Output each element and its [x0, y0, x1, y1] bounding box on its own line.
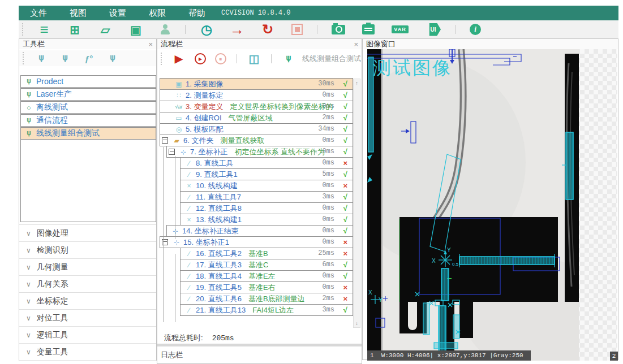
menu-item-5[interactable]: 帮助	[177, 8, 217, 19]
flow-step-6[interactable]: 0ms√▰6. 文件夹测量直线获取	[160, 135, 353, 146]
category-6[interactable]: ∨对位工具	[19, 310, 156, 327]
close-icon[interactable]: ×	[354, 41, 358, 48]
flow-step-21[interactable]: 3ms√∕21. 直线工具13FAI4短L边左	[180, 304, 353, 316]
pass-check-icon: √	[343, 135, 347, 146]
flow-copy-icon[interactable]: ⋔	[58, 54, 72, 63]
pass-check-icon: √	[343, 101, 347, 112]
menu-item-2[interactable]: 视图	[58, 8, 98, 19]
ui-hex-icon[interactable]: UI	[426, 23, 441, 36]
run-once-icon[interactable]: ▶	[195, 53, 206, 64]
tool-item-3[interactable]: ○离线测试	[21, 101, 156, 114]
flow-step-7[interactable]: 0ms√⊹7. 坐标补正初定位坐标系 直线不要作为	[166, 146, 353, 158]
flow-step-14[interactable]: 0ms√⊹14. 坐标补正结束	[166, 225, 353, 237]
menu-item-1[interactable]: 文件	[19, 8, 58, 19]
var-badge-icon[interactable]: VAR	[392, 25, 409, 33]
flow-step-content: √ar3. 变量定义定义世界坐标转换到像素坐标的	[160, 101, 333, 112]
image-status-bar: 1 W:3000 H:4096| x:2997,y:3817 |Gray:250	[367, 350, 531, 361]
menu-item-3[interactable]: 设置	[98, 8, 138, 19]
flow-add-icon[interactable]: ⋔	[35, 54, 48, 63]
tool-item-1[interactable]: ⋔Prodect	[21, 76, 156, 88]
close-icon[interactable]: ×	[148, 41, 153, 48]
scroll-up-icon[interactable]: ↑	[354, 79, 360, 87]
flow-step-16[interactable]: 25ms×∕16. 直线工具2基准B	[180, 248, 353, 259]
flow-step-9[interactable]: 5ms√∕9. 直线工具1	[180, 168, 353, 180]
flow-step-1[interactable]: 30ms√▣1. 采集图像	[160, 78, 353, 90]
flow-step-content: ∕12. 直线工具8	[181, 203, 242, 214]
flow-step-10[interactable]: 0ms××10. 线线构建	[180, 180, 353, 192]
tool-item-5[interactable]: ⋔线线测量组合测试	[21, 127, 156, 140]
flow-step-title: 13. 线线构建1	[196, 215, 242, 225]
collapse-box-icon[interactable]	[162, 239, 168, 245]
flow-step-12[interactable]: 0ms√∕12. 直线工具8	[180, 202, 353, 214]
flow-step-17[interactable]: 6ms√∕17. 直线工具3基准C	[180, 259, 353, 271]
image-panel-title: 图像窗口	[366, 39, 396, 49]
flow-panel-title: 流程栏	[161, 39, 183, 49]
chevron-down-icon: ∨	[26, 314, 31, 322]
flow-step-18[interactable]: 0ms√∕18. 直线工具4基准E左	[180, 270, 353, 282]
app-version-label: CCVISION 10.8.4.0	[221, 9, 290, 17]
save-icon[interactable]: ▣	[129, 24, 143, 36]
user-icon[interactable]	[160, 24, 171, 34]
fail-cross-icon: ×	[343, 282, 347, 293]
open-folder-icon[interactable]: ▱	[98, 24, 112, 36]
toolbar-separator	[237, 54, 237, 63]
flow-settings-icon[interactable]: ⋔	[106, 54, 119, 63]
new-file-icon[interactable]: ⊞	[68, 24, 81, 36]
device-icon[interactable]	[362, 24, 375, 34]
stop-flow-icon[interactable]: ■	[215, 53, 226, 64]
fail-cross-icon: ×	[343, 180, 347, 191]
flow-step-list: 30ms√▣1. 采集图像0ms√∷2. 测量标定0ms√√ar3. 变量定义定…	[157, 79, 355, 316]
category-3[interactable]: ∨几何测量	[19, 259, 156, 276]
tool-panel-header: 工具栏 ×	[19, 39, 156, 49]
tool-item-4[interactable]: ⋔通信流程	[21, 114, 156, 127]
stop-icon[interactable]	[291, 24, 303, 35]
run-arrow-icon[interactable]: →	[230, 22, 244, 37]
task-list-icon[interactable]: ≡	[37, 22, 51, 37]
flow-step-content: ▭4. 创建ROI气管屏蔽区域	[160, 112, 273, 123]
category-1[interactable]: ∨图像处理	[19, 224, 156, 242]
category-4[interactable]: ∨几何关系	[19, 276, 156, 293]
category-label: 几何关系	[37, 279, 68, 289]
collapse-box-icon[interactable]	[169, 149, 175, 155]
camera-icon[interactable]	[332, 25, 345, 34]
scroll-down-icon[interactable]: ↓	[354, 319, 360, 327]
chevron-down-icon: ∨	[26, 297, 31, 305]
flow-step-2[interactable]: 0ms√∷2. 测量标定	[160, 89, 353, 101]
category-8[interactable]: ∨变量工具	[19, 344, 156, 361]
toolbar-separator	[271, 54, 272, 63]
category-5[interactable]: ∨坐标标定	[19, 293, 156, 310]
function-icon[interactable]: ƒ°	[82, 54, 96, 63]
flow-step-content: ∕18. 直线工具4基准E左	[181, 271, 276, 281]
flow-total-value: 205ms	[212, 334, 234, 343]
pass-check-icon: √	[343, 271, 347, 281]
menu-item-4[interactable]: 权限	[138, 8, 177, 19]
flow-step-4[interactable]: 2ms√▭4. 创建ROI气管屏蔽区域	[160, 112, 353, 124]
flow-glyph-icon[interactable]: ⋔	[282, 55, 295, 63]
flow-step-13[interactable]: 0ms√×13. 线线构建1	[180, 214, 353, 226]
flow-scrollbar[interactable]: ↑ ↓	[353, 79, 360, 328]
flow-step-3[interactable]: 0ms√√ar3. 变量定义定义世界坐标转换到像素坐标的	[160, 101, 353, 112]
flow-step-11[interactable]: 3ms√∕11. 直线工具7	[180, 191, 353, 203]
category-7[interactable]: ∨逻辑工具	[19, 327, 156, 344]
flow-step-time: 5ms	[322, 169, 334, 180]
info-icon[interactable]: i	[470, 24, 481, 35]
loop-icon[interactable]: ↻	[261, 23, 274, 36]
panel-splitter[interactable]	[157, 344, 362, 346]
flow-step-5[interactable]: 34ms√◎5. 模板匹配	[160, 123, 353, 135]
flow-step-20[interactable]: 2ms×∕20. 直线工具6基准B底部测量边	[180, 293, 353, 305]
category-2[interactable]: ∨检测识别	[19, 242, 156, 259]
collapse-box-icon[interactable]	[162, 137, 168, 144]
image-window-panel: 图像窗口	[362, 38, 618, 360]
layout-icon[interactable]: ◫	[247, 53, 261, 64]
flow-step-15[interactable]: 0ms×⊹15. 坐标补正1	[160, 236, 353, 248]
run-flow-icon[interactable]: ▶	[172, 54, 186, 64]
history-icon[interactable]: ◷	[200, 23, 213, 36]
drag-handle	[23, 52, 24, 64]
category-label: 图像处理	[37, 228, 68, 239]
image-canvas[interactable]: 测试图像 X Y 0.5 X Y	[367, 49, 617, 361]
flow-step-8[interactable]: 0ms×∕8. 直线工具	[180, 157, 353, 169]
flow-step-time: 0ms	[322, 90, 334, 101]
image-page-badge[interactable]: 2	[610, 352, 618, 361]
tool-item-2[interactable]: ⋔Laser生产	[21, 88, 156, 101]
flow-step-19[interactable]: 0ms×∕19. 直线工具5基准E右	[180, 281, 353, 293]
